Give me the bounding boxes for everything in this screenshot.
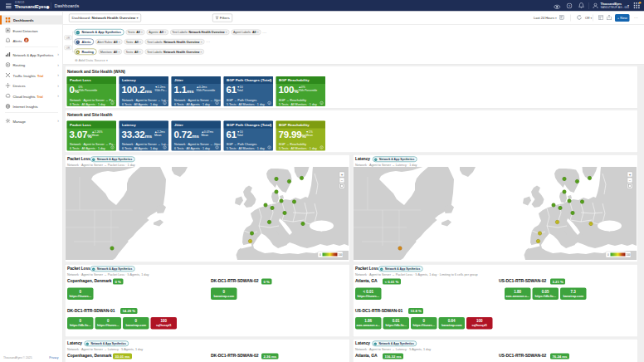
svg-text:100: 100 xyxy=(627,253,631,257)
svg-text:+: + xyxy=(629,173,632,177)
svg-text:100: 100 xyxy=(339,253,343,257)
svg-text:−: − xyxy=(341,179,344,183)
svg-text:?: ? xyxy=(568,3,571,7)
svg-text:−: − xyxy=(629,179,632,183)
svg-text:+: + xyxy=(341,173,344,177)
